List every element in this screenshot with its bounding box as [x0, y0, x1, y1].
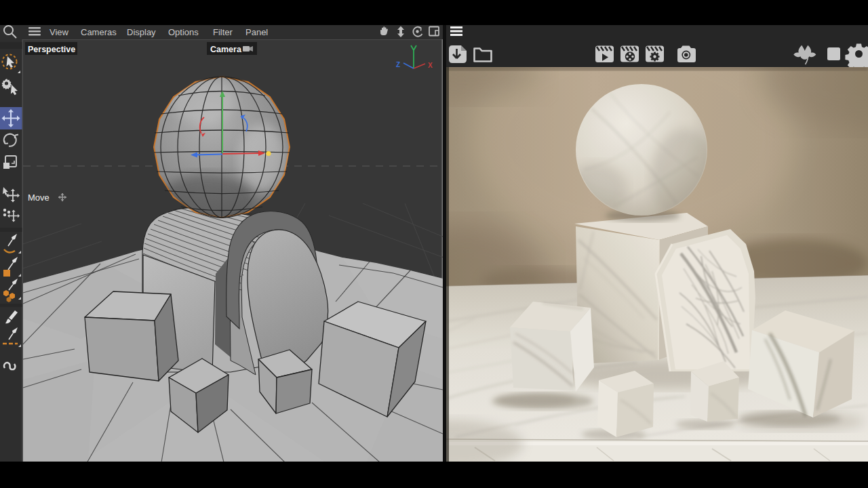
svg-text:X: X	[428, 62, 433, 69]
svg-text:View: View	[50, 27, 69, 37]
svg-text:Cameras: Cameras	[81, 27, 117, 37]
svg-text:Filter: Filter	[213, 27, 233, 37]
svg-text:Options: Options	[168, 27, 199, 37]
svg-text:Display: Display	[127, 27, 156, 37]
svg-text:Panel: Panel	[245, 27, 268, 37]
svg-text:Z: Z	[396, 61, 400, 68]
svg-text:Move: Move	[28, 192, 50, 203]
svg-text:Camera: Camera	[210, 45, 242, 54]
svg-text:Perspective: Perspective	[28, 45, 75, 54]
